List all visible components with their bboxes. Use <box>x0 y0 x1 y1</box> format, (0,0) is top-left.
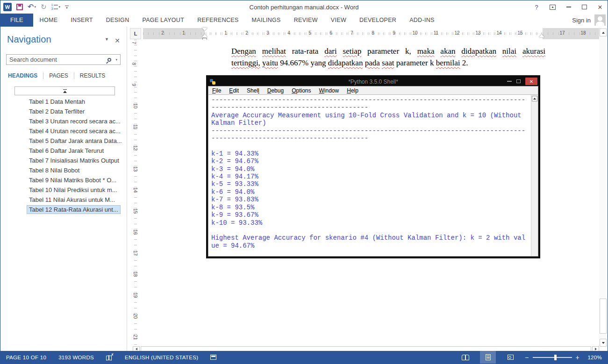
ribbon-tab-review[interactable]: REVIEW <box>287 14 324 27</box>
close-icon[interactable]: ✕ <box>596 3 604 11</box>
ribbon-tab-file[interactable]: FILE <box>0 14 33 27</box>
macro-recording-icon[interactable] <box>210 355 216 360</box>
page-indicator[interactable]: PAGE 10 OF 10 <box>6 355 46 360</box>
ribbon-tab-insert[interactable]: INSERT <box>64 14 99 27</box>
ribbon-tab-design[interactable]: DESIGN <box>100 14 136 27</box>
scroll-up-icon[interactable] <box>600 29 607 36</box>
heading-item[interactable]: Tabel 8 Nilai Bobot <box>0 165 127 175</box>
vertical-ruler[interactable]: 789101112131415161718192021 <box>131 40 140 346</box>
paragraph[interactable]: Dengan melihat rata-rata dari setiap par… <box>231 45 545 69</box>
shell-scrollbar <box>531 95 538 256</box>
redo-icon[interactable]: ↻ <box>41 4 47 10</box>
ruler-number: 8 <box>372 30 374 36</box>
nav-tab-pages[interactable]: PAGES <box>49 72 68 79</box>
shell-menu-window[interactable]: Window <box>319 87 339 94</box>
print-layout-button[interactable] <box>480 351 496 364</box>
vertical-scrollbar[interactable] <box>599 29 607 347</box>
ruler-number: 18 <box>133 271 138 277</box>
minimize-icon[interactable] <box>565 3 572 11</box>
first-line-indent-marker[interactable] <box>202 28 207 31</box>
tab-stop-selector[interactable]: L <box>130 28 141 39</box>
heading-item[interactable]: Tabel 12 Rata-Rata Akurasi unt... <box>0 205 127 214</box>
horizontal-ruler[interactable]: 211234567891011121314151718 <box>143 28 600 39</box>
scroll-down-icon[interactable] <box>600 339 607 347</box>
read-mode-button[interactable] <box>458 351 473 364</box>
proofing-errors-icon[interactable]: ✗ <box>106 355 113 360</box>
chevron-down-icon: ▾ <box>58 5 60 9</box>
search-chevron-icon[interactable]: ▾ <box>115 58 117 62</box>
search-input[interactable]: Search document ▾ <box>6 54 121 65</box>
ribbon-tabs: FILEHOMEINSERTDESIGNPAGE LAYOUTREFERENCE… <box>0 14 441 27</box>
ruler-number: 11 <box>133 124 138 129</box>
pane-options-chevron-icon[interactable]: ▼ <box>105 37 109 42</box>
ribbon-tab-references[interactable]: REFERENCES <box>191 14 245 27</box>
heading-item-label: Tabel 7 Inisialisasi Matriks Output <box>27 156 122 165</box>
ribbon-tab-developer[interactable]: DEVELOPER <box>353 14 403 27</box>
customize-qat-icon[interactable]: ▾ <box>65 6 69 9</box>
zoom-slider[interactable] <box>533 357 572 358</box>
heading-item[interactable]: Tabel 9 Nilai Matriks Bobot * O... <box>0 175 127 185</box>
shell-menu-help[interactable]: Help <box>347 87 358 94</box>
zoom-out-button[interactable]: − <box>525 355 529 360</box>
heading-item[interactable]: Tabel 7 Inisialisasi Matriks Output <box>0 156 127 165</box>
search-icon[interactable] <box>107 58 111 62</box>
heading-item[interactable]: Tabel 4 Urutan record secara ac... <box>0 126 127 136</box>
pane-close-icon[interactable]: ✕ <box>114 37 120 44</box>
shell-menu-file[interactable]: File <box>212 87 221 94</box>
heading-item[interactable]: Tabel 5 Daftar Jarak antara Data... <box>0 136 127 146</box>
numbering-button[interactable]: 1 3 ▾ <box>51 4 60 10</box>
ribbon-display-options-icon[interactable]: ▴ <box>550 5 556 10</box>
zoom-level[interactable]: 120% <box>586 355 602 360</box>
maximize-icon[interactable] <box>582 5 587 9</box>
avatar <box>594 14 606 26</box>
navigation-pane-title: Navigation <box>7 34 51 45</box>
language-indicator[interactable]: ENGLISH (UNITED STATES) <box>125 355 198 360</box>
zoom-in-button[interactable]: + <box>576 355 579 360</box>
jump-to-top-button[interactable] <box>14 86 115 95</box>
heading-item-label: Tabel 5 Daftar Jarak antara Data... <box>27 136 124 145</box>
document-region: L 211234567891011121314151718 7891011121… <box>127 27 608 352</box>
zoom-slider-thumb[interactable] <box>554 355 557 360</box>
heading-item[interactable]: Tabel 1 Data Mentah <box>0 97 127 107</box>
right-indent-marker[interactable] <box>539 34 544 37</box>
save-icon[interactable] <box>16 4 23 10</box>
shell-menu-edit[interactable]: Edit <box>229 87 239 94</box>
shell-menu-debug[interactable]: Debug <box>267 87 284 94</box>
shell-menu-options[interactable]: Options <box>292 87 311 94</box>
heading-item-label: Tabel 6 Daftar Jarak Terurut <box>27 146 106 155</box>
heading-item[interactable]: Tabel 3 Urutan record secara ac... <box>0 116 127 126</box>
document-page[interactable]: Dengan melihat rata-rata dari setiap par… <box>139 40 600 346</box>
help-icon[interactable]: ? <box>533 3 540 11</box>
zoom-control: − + <box>525 355 579 360</box>
word-count[interactable]: 3193 WORDS <box>58 355 94 360</box>
hanging-indent-marker[interactable] <box>202 34 207 37</box>
heading-item[interactable]: Tabel 2 Data Terfilter <box>0 107 127 116</box>
ribbon-tab-home[interactable]: HOME <box>33 14 64 27</box>
ruler-number: 19 <box>133 293 138 298</box>
ruler-number: 2 <box>245 30 248 36</box>
sign-in-area[interactable]: Sign in <box>572 14 606 27</box>
web-layout-button[interactable] <box>502 351 518 364</box>
status-bar: PAGE 10 OF 10 3193 WORDS ✗ ENGLISH (UNIT… <box>0 351 608 364</box>
undo-button[interactable]: ↶▾ <box>28 4 36 10</box>
ruler-number: 3 <box>266 30 269 36</box>
heading-item[interactable]: Tabel 11 Nilai Akurasi untuk M... <box>0 195 127 205</box>
ribbon-tab-view[interactable]: VIEW <box>324 14 353 27</box>
word-logo-icon[interactable] <box>3 3 12 11</box>
ribbon-tab-mailings[interactable]: MAILINGS <box>245 14 287 27</box>
nav-tab-separator <box>74 72 74 79</box>
word: tertinggi, <box>231 58 260 67</box>
heading-item-label: Tabel 10 Nilai Prediksi untuk m... <box>27 186 120 194</box>
embedded-python-shell-image[interactable]: *Python 3.5.0 Shell* ✕ FileEditShellDebu… <box>206 75 540 258</box>
ruler-number: 15 <box>517 30 522 36</box>
vertical-scroll-thumb[interactable] <box>600 299 607 334</box>
nav-tab-results[interactable]: RESULTS <box>80 72 105 79</box>
ribbon-tab-page-layout[interactable]: PAGE LAYOUT <box>136 14 191 27</box>
heading-item[interactable]: Tabel 6 Daftar Jarak Terurut <box>0 146 127 156</box>
nav-tab-headings[interactable]: HEADINGS <box>8 72 37 79</box>
word: didapatkan <box>461 47 496 56</box>
word: maka <box>417 47 435 56</box>
ribbon-tab-add-ins[interactable]: ADD-INS <box>403 14 441 27</box>
shell-menu-shell[interactable]: Shell <box>247 87 259 94</box>
heading-item[interactable]: Tabel 10 Nilai Prediksi untuk m... <box>0 185 127 195</box>
